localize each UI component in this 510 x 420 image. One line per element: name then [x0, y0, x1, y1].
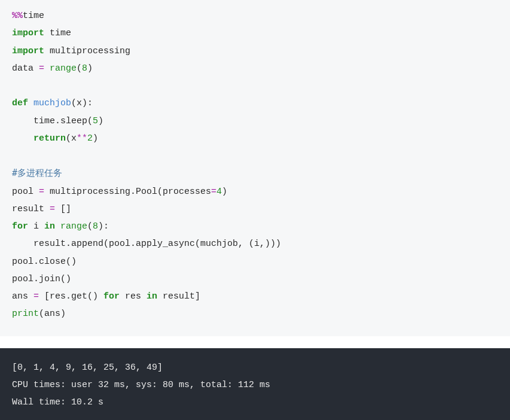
ans-b: [res.get() [39, 291, 103, 302]
magic-time: time [23, 11, 44, 21]
pool-c: ) [222, 187, 227, 197]
kw-import-2: import [12, 46, 44, 56]
join-line: pool.join() [12, 274, 71, 284]
ret-indent [12, 133, 33, 144]
op-eq-1: = [39, 63, 44, 74]
num-8-2: 8 [93, 221, 98, 232]
op-eq-3: = [211, 187, 216, 197]
num-4: 4 [216, 187, 222, 197]
num-5: 5 [93, 116, 98, 126]
output-cell: [0, 1, 4, 9, 16, 25, 36, 49] CPU times: … [0, 348, 510, 421]
kw-in-2: in [146, 291, 157, 302]
kw-for-2: for [103, 291, 120, 302]
ret-open: (x [66, 133, 77, 144]
code-cell: %%time import time import multiprocessin… [0, 0, 510, 336]
op-eq-5: = [33, 291, 39, 302]
kw-import-1: import [12, 28, 44, 38]
op-eq-4: = [50, 204, 55, 214]
comment: #多进程任务 [12, 168, 62, 178]
kw-return: return [33, 133, 66, 144]
ans-c: res [120, 291, 146, 302]
kw-def: def [12, 98, 28, 108]
output-line-1: [0, 1, 4, 9, 16, 25, 36, 49] [12, 363, 163, 373]
close-line: pool.close() [12, 257, 77, 267]
ans-d: result] [157, 291, 200, 302]
append-line: result.append(pool.apply_async(muchjob, … [12, 239, 281, 249]
res-a: result [12, 204, 50, 214]
lp-1: ( [77, 63, 82, 74]
for-rp: ): [98, 221, 109, 232]
mod-mp: multiprocessing [44, 46, 130, 56]
sleep-b: ) [98, 116, 103, 126]
ret-close: ) [93, 133, 98, 144]
fn-range-1: range [44, 63, 77, 74]
for-i: i [28, 221, 44, 232]
rp-1: ) [87, 63, 93, 74]
num-8-1: 8 [82, 63, 87, 74]
output-line-3: Wall time: 10.2 s [12, 397, 103, 407]
mod-time: time [44, 28, 71, 38]
magic-pct: %% [12, 11, 23, 21]
print-arg: (ans) [39, 309, 66, 319]
fn-range-2: range [55, 221, 87, 232]
kw-for-1: for [12, 221, 28, 232]
sleep-a: time.sleep( [12, 116, 93, 126]
kw-in-1: in [44, 221, 55, 232]
pool-b: multiprocessing.Pool(processes [44, 187, 211, 197]
tok-data: data [12, 63, 39, 74]
pool-a: pool [12, 187, 39, 197]
op-pow: ** [77, 133, 87, 144]
param-x: (x): [71, 98, 93, 108]
op-eq-2: = [39, 187, 44, 197]
for-lp: ( [87, 221, 93, 232]
ans-a: ans [12, 291, 33, 302]
fn-print: print [12, 309, 39, 319]
res-b: [] [55, 204, 71, 214]
fn-muchjob: muchjob [28, 98, 71, 108]
num-2: 2 [87, 133, 93, 144]
output-line-2: CPU times: user 32 ms, sys: 80 ms, total… [12, 380, 270, 390]
